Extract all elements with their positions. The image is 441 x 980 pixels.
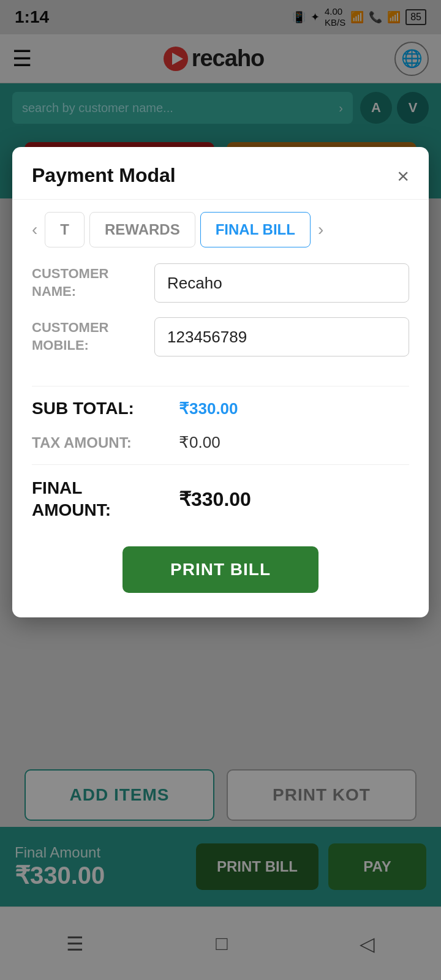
tax-amount-label: TAX AMOUNT: <box>32 434 179 451</box>
customer-mobile-label: CUSTOMER MOBILE: <box>32 319 154 354</box>
customer-name-label: CUSTOMER NAME: <box>32 265 154 300</box>
tab-prev-arrow[interactable]: ‹ <box>27 220 42 239</box>
tax-amount-value: ₹0.00 <box>179 433 221 452</box>
tab-final-bill[interactable]: FINAL BILL <box>200 212 311 247</box>
tab-next-arrow[interactable]: › <box>313 220 328 239</box>
sub-total-row: SUB TOTAL: ₹330.00 <box>12 391 429 426</box>
modal-divider <box>32 386 409 386</box>
final-amount-row: FINALAMOUNT: ₹330.00 <box>12 470 429 529</box>
print-bill-button[interactable]: PRINT BILL <box>123 546 318 593</box>
final-amount-modal-label: FINALAMOUNT: <box>32 477 179 522</box>
payment-modal: Payment Modal × ‹ T REWARDS FINAL BILL ›… <box>12 147 429 617</box>
final-amount-modal-value: ₹330.00 <box>179 488 251 511</box>
tab-rewards[interactable]: REWARDS <box>89 212 195 247</box>
modal-header: Payment Modal × <box>12 147 429 200</box>
customer-mobile-row: CUSTOMER MOBILE: <box>32 317 409 356</box>
sub-total-value: ₹330.00 <box>179 399 238 418</box>
modal-divider-2 <box>32 464 409 465</box>
tax-amount-row: TAX AMOUNT: ₹0.00 <box>12 426 429 459</box>
modal-title: Payment Modal <box>32 164 176 187</box>
modal-tabs: ‹ T REWARDS FINAL BILL › <box>12 200 429 254</box>
close-button[interactable]: × <box>397 165 409 186</box>
customer-name-input[interactable] <box>154 263 409 303</box>
customer-name-row: CUSTOMER NAME: <box>32 263 409 303</box>
tab-t[interactable]: T <box>45 212 85 247</box>
form-section: CUSTOMER NAME: CUSTOMER MOBILE: <box>12 254 429 381</box>
sub-total-label: SUB TOTAL: <box>32 399 179 418</box>
customer-mobile-input[interactable] <box>154 317 409 356</box>
